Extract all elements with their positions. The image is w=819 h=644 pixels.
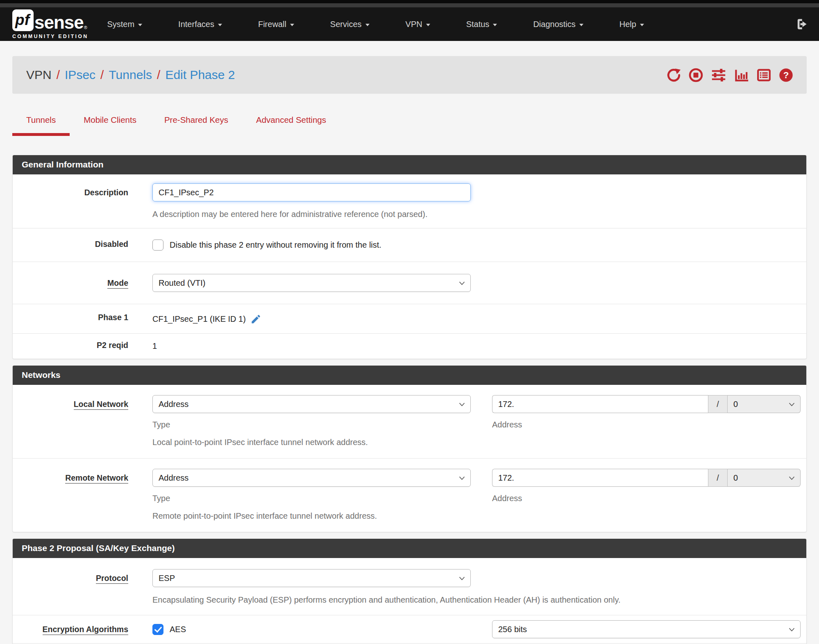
nav-item-interfaces-label: Interfaces: [178, 20, 214, 29]
nav-item-diagnostics-label: Diagnostics: [533, 20, 575, 29]
chevron-down-icon: [789, 628, 795, 632]
nav-item-firewall[interactable]: Firewall: [258, 20, 294, 29]
aes-checkbox-row: AES: [152, 624, 471, 635]
disabled-checkbox[interactable]: [152, 240, 163, 251]
signout-icon: [794, 17, 809, 31]
tab-tunnels[interactable]: Tunnels: [12, 110, 70, 136]
remote-network-type-value: Address: [159, 473, 188, 483]
description-label: Description: [84, 188, 128, 197]
bar-chart-icon[interactable]: [734, 68, 749, 83]
phase1-label: Phase 1: [98, 313, 128, 322]
tab-bar: Tunnels Mobile Clients Pre-Shared Keys A…: [12, 110, 807, 136]
protocol-label: Protocol: [96, 574, 128, 584]
protocol-help-text: Encapsulating Security Payload (ESP) per…: [152, 595, 801, 605]
help-icon[interactable]: ?: [778, 68, 794, 83]
list-icon[interactable]: [756, 68, 771, 83]
aes-keylen-select[interactable]: 256 bits: [492, 620, 801, 638]
tab-advanced-settings[interactable]: Advanced Settings: [242, 110, 340, 136]
local-network-slash-addon: /: [708, 395, 728, 413]
breadcrumb-edit-phase2-link[interactable]: Edit Phase 2: [165, 68, 235, 82]
breadcrumb-vpn: VPN: [26, 68, 52, 82]
pfsense-logo[interactable]: pf sense ® COMMUNITY EDITION: [12, 9, 88, 39]
refresh-icon[interactable]: [666, 68, 681, 83]
local-network-prefix-select[interactable]: 0: [728, 395, 801, 413]
panel-general-information: General Information Description A descri…: [12, 155, 807, 359]
sliders-icon[interactable]: [710, 68, 727, 83]
nav-item-system[interactable]: System: [107, 20, 142, 29]
chevron-down-icon: [138, 24, 142, 26]
tab-mobile-clients[interactable]: Mobile Clients: [70, 110, 150, 136]
breadcrumb-tunnels-link[interactable]: Tunnels: [109, 68, 152, 82]
signout-button[interactable]: [794, 17, 809, 31]
nav-item-help-label: Help: [619, 20, 636, 29]
disabled-checkbox-label: Disable this phase 2 entry without remov…: [170, 240, 381, 250]
nav-item-status[interactable]: Status: [466, 20, 497, 29]
local-network-type-select[interactable]: Address: [152, 395, 471, 413]
chevron-down-icon: [459, 576, 465, 581]
aes-checkbox-label: AES: [170, 625, 186, 634]
form-row-protocol: Protocol ESP Encapsulating Security Payl…: [13, 558, 806, 615]
remote-network-address-helper: Address: [492, 494, 801, 503]
local-network-address-group: / 0: [492, 395, 801, 413]
form-row-p2-reqid: P2 reqid 1: [13, 334, 806, 359]
chevron-down-icon: [789, 402, 795, 407]
window-top-edge: [0, 0, 819, 3]
p2-reqid-value: 1: [152, 341, 157, 351]
breadcrumb-separator: /: [57, 68, 60, 82]
pfsense-logo-sense-text: sense: [34, 14, 84, 31]
remote-network-prefix-select[interactable]: 0: [728, 469, 801, 487]
local-network-type-value: Address: [159, 400, 188, 409]
breadcrumb-ipsec-link[interactable]: IPsec: [65, 68, 95, 82]
chevron-down-icon: [640, 24, 644, 26]
window-title-strip: [0, 3, 819, 7]
aes-checkbox[interactable]: [152, 624, 163, 635]
nav-item-system-label: System: [107, 20, 134, 29]
nav-item-services[interactable]: Services: [330, 20, 370, 29]
chevron-down-icon: [459, 281, 465, 285]
remote-network-type-select[interactable]: Address: [152, 469, 471, 487]
panel-header-general-information: General Information: [13, 155, 806, 174]
nav-item-interfaces[interactable]: Interfaces: [178, 20, 222, 29]
local-network-type-helper: Type: [152, 420, 471, 429]
form-row-mode: Mode Routed (VTI): [13, 262, 806, 304]
top-navbar: pf sense ® COMMUNITY EDITION System Inte…: [0, 7, 819, 41]
nav-item-services-label: Services: [330, 20, 362, 29]
encryption-algorithms-label: Encryption Algorithms: [43, 625, 128, 635]
stop-circle-icon[interactable]: [688, 68, 703, 83]
breadcrumb-separator: /: [100, 68, 104, 82]
mode-label: Mode: [107, 278, 128, 289]
chevron-down-icon: [579, 24, 583, 26]
remote-network-address-input[interactable]: [492, 469, 708, 487]
pfsense-logo-pf-text: pf: [15, 11, 29, 29]
nav-item-diagnostics[interactable]: Diagnostics: [533, 20, 583, 29]
nav-item-status-label: Status: [466, 20, 490, 29]
chevron-down-icon: [789, 476, 795, 480]
description-input[interactable]: [152, 183, 471, 201]
mode-select[interactable]: Routed (VTI): [152, 274, 471, 292]
local-network-address-input[interactable]: [492, 395, 708, 413]
disabled-checkbox-row: Disable this phase 2 entry without remov…: [152, 240, 801, 251]
chevron-down-icon: [459, 402, 465, 407]
main-menu: System Interfaces Firewall Services VPN …: [107, 20, 644, 29]
nav-item-firewall-label: Firewall: [258, 20, 286, 29]
breadcrumb-bar: VPN / IPsec / Tunnels / Edit Phase 2: [12, 56, 807, 94]
phase1-value-row: CF1_IPsec_P1 (IKE ID 1): [152, 314, 801, 325]
remote-network-help-text: Remote point-to-point IPsec interface tu…: [152, 511, 471, 521]
edit-phase1-button[interactable]: [250, 314, 261, 325]
local-network-prefix-value: 0: [733, 400, 738, 409]
chevron-down-icon: [365, 24, 370, 26]
description-help-text: A description may be entered here for ad…: [152, 210, 801, 219]
community-edition-label: COMMUNITY EDITION: [12, 34, 88, 39]
nav-item-vpn-label: VPN: [406, 20, 422, 29]
panel-networks: Networks Local Network Address Type Loca…: [12, 365, 807, 532]
form-row-description: Description A description may be entered…: [13, 174, 806, 228]
chevron-down-icon: [218, 24, 222, 26]
registered-mark: ®: [84, 25, 87, 30]
form-row-remote-network: Remote Network Address Type Remote point…: [13, 459, 806, 532]
breadcrumb: VPN / IPsec / Tunnels / Edit Phase 2: [26, 68, 235, 82]
page-toolbar: ?: [666, 68, 794, 83]
tab-pre-shared-keys[interactable]: Pre-Shared Keys: [150, 110, 242, 136]
nav-item-vpn[interactable]: VPN: [406, 20, 430, 29]
nav-item-help[interactable]: Help: [619, 20, 644, 29]
protocol-select[interactable]: ESP: [152, 569, 471, 587]
